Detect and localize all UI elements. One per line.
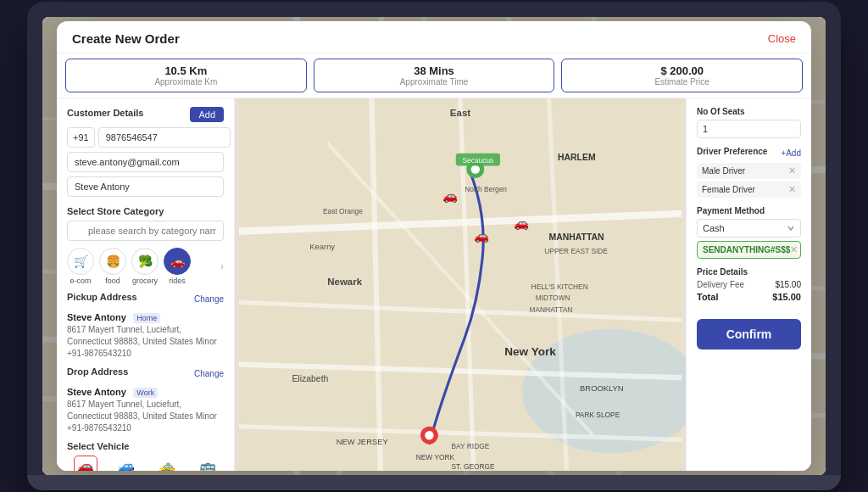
category-ecom[interactable]: 🛒 e-com	[67, 248, 94, 285]
modal-header: Create New Order Close	[57, 21, 811, 53]
km-label: Approximate Km	[75, 77, 298, 87]
category-rides[interactable]: 🚗 rides	[164, 248, 191, 285]
svg-text:NEW JERSEY: NEW JERSEY	[337, 437, 389, 446]
payment-section: Payment Method Cash Card Wallet SENDANYT…	[697, 206, 801, 259]
add-customer-button[interactable]: Add	[190, 107, 224, 122]
store-category-label: Select Store Category	[67, 206, 224, 216]
drop-name: Steve Antony	[67, 387, 126, 397]
laptop-shell: 🚗 🚗 🚗 📍 📍 East HARLEM MANHATTAN UPPER EA…	[27, 2, 841, 490]
drop-label: Drop Address	[67, 366, 128, 377]
confirm-button[interactable]: Confirm	[697, 319, 801, 349]
svg-text:Elizabeth: Elizabeth	[292, 374, 328, 383]
drop-change-link[interactable]: Change	[194, 369, 224, 378]
category-chevron-right-icon: ›	[220, 260, 224, 272]
svg-text:🚗: 🚗	[474, 228, 490, 243]
payment-select[interactable]: Cash Card Wallet	[697, 219, 801, 238]
delivery-fee-key: Delivery Fee	[697, 280, 744, 289]
pickup-address-header: Pickup Address Change	[67, 292, 224, 306]
seats-input[interactable]	[697, 120, 801, 138]
driver-pref-label: Driver Preference	[697, 147, 767, 156]
pickup-phone: +91-9876543210	[67, 348, 224, 360]
rides-label: rides	[169, 277, 186, 285]
email-input[interactable]	[67, 152, 224, 172]
name-input[interactable]	[67, 176, 224, 197]
male-driver-tag: Male Driver ✕	[697, 163, 801, 179]
drop-phone: +91-9876543210	[67, 422, 224, 434]
modal: Create New Order Close 10.5 Km Approxima…	[57, 21, 811, 471]
rides-icon: 🚗	[164, 248, 191, 275]
seats-section: No Of Seats	[697, 107, 801, 138]
total-value: $15.00	[772, 292, 801, 302]
map-detail-svg: 🚗 🚗 🚗 East HARLEM M	[235, 98, 686, 471]
coupon-remove-icon[interactable]: ✕	[790, 244, 798, 255]
ecom-label: e-com	[70, 277, 91, 285]
svg-text:HELL'S KITCHEN: HELL'S KITCHEN	[531, 282, 588, 291]
category-search-wrap: 🔍	[67, 221, 224, 241]
km-stat-card: 10.5 Km Approximate Km	[65, 59, 307, 92]
time-value: 38 Mins	[323, 64, 546, 77]
grocery-icon: 🥦	[131, 248, 159, 275]
modal-title: Create New Order	[72, 31, 180, 46]
add-driver-link[interactable]: +Add	[781, 148, 801, 158]
vehicle-sedan[interactable]: 🚕 Sedan $160·4	[148, 458, 186, 471]
pickup-change-link[interactable]: Change	[194, 294, 224, 304]
grocery-label: grocery	[132, 277, 158, 285]
vehicle-suv[interactable]: 🚌 SUV $190·4	[189, 458, 224, 471]
svg-text:PARK SLOPE: PARK SLOPE	[576, 411, 620, 419]
price-label: Estimate Price	[570, 77, 793, 87]
drop-name-row: Steve Antony Work	[67, 383, 224, 399]
svg-text:MANHATTAN: MANHATTAN	[549, 232, 604, 242]
svg-point-62	[425, 431, 433, 439]
payment-label: Payment Method	[697, 206, 801, 215]
laptop-base	[27, 475, 841, 490]
vehicle-micro[interactable]: 🚙 Micro $150·4	[108, 458, 145, 471]
customer-label: Customer Details	[67, 108, 143, 118]
coupon-code: SENDANYTHING#S$$	[703, 245, 790, 254]
svg-text:Secaucus: Secaucus	[463, 156, 494, 165]
left-panel: Customer Details Add +91 Select Store Ca…	[57, 98, 235, 471]
price-details-section: Price Details Delivery Fee $15.00 Total …	[697, 267, 801, 302]
vehicle-mini[interactable]: 🚗 Mini $200·4	[67, 456, 104, 471]
phone-input[interactable]	[98, 127, 231, 148]
category-food[interactable]: 🍔 food	[99, 248, 126, 285]
male-driver-remove-icon[interactable]: ✕	[788, 165, 796, 176]
category-grid: 🛒 e-com 🍔 food 🥦 grocery	[67, 248, 224, 285]
modal-overlay: Create New Order Close 10.5 Km Approxima…	[42, 17, 826, 475]
mini-icon: 🚗	[77, 459, 94, 471]
svg-point-60	[471, 165, 480, 173]
price-value: $ 200.00	[570, 64, 793, 77]
category-grocery[interactable]: 🥦 grocery	[131, 248, 159, 285]
drop-address-header: Drop Address Change	[67, 366, 224, 381]
total-key: Total	[697, 292, 718, 302]
male-driver-text: Male Driver	[702, 166, 745, 176]
pickup-name-row: Steve Antony Home	[67, 309, 224, 324]
vehicle-label: Select Vehicle	[67, 441, 224, 451]
svg-text:MIDTOWN: MIDTOWN	[536, 294, 570, 302]
phone-row: +91	[67, 127, 224, 148]
delivery-fee-row: Delivery Fee $15.00	[697, 280, 801, 289]
female-driver-remove-icon[interactable]: ✕	[788, 184, 796, 195]
driver-pref-header: Driver Preference +Add	[697, 147, 801, 159]
ecom-icon: 🛒	[67, 248, 94, 275]
seats-label: No Of Seats	[697, 107, 801, 116]
phone-prefix: +91	[67, 127, 95, 148]
drop-address-section: Drop Address Change Steve Antony Work 86…	[67, 366, 224, 434]
svg-text:MANHATTAN: MANHATTAN	[530, 305, 573, 314]
svg-text:UPPER EAST SIDE: UPPER EAST SIDE	[544, 247, 608, 255]
close-button[interactable]: Close	[768, 32, 796, 45]
female-driver-text: Female Driver	[702, 185, 755, 194]
svg-text:Newark: Newark	[327, 277, 362, 287]
category-search-input[interactable]	[67, 221, 224, 241]
map-area: 🚗 🚗 🚗 East HARLEM M	[235, 98, 686, 471]
pickup-label: Pickup Address	[67, 292, 137, 302]
coupon-row: SENDANYTHING#S$$ ✕	[697, 241, 801, 259]
svg-text:NEW YORK: NEW YORK	[416, 453, 455, 461]
svg-text:BROOKLYN: BROOKLYN	[580, 383, 624, 393]
time-label: Approximate Time	[323, 77, 546, 87]
suv-icon: 🚌	[199, 458, 216, 471]
pickup-name: Steve Antony	[67, 312, 126, 322]
pickup-badge: Home	[133, 313, 160, 323]
svg-text:HARLEM: HARLEM	[558, 153, 596, 162]
laptop-screen: 🚗 🚗 🚗 📍 📍 East HARLEM MANHATTAN UPPER EA…	[42, 17, 826, 475]
pickup-address-section: Pickup Address Change Steve Antony Home …	[67, 292, 224, 360]
